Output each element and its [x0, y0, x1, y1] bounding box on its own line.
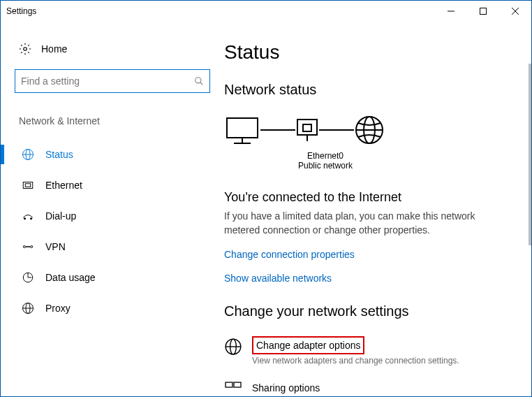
svg-point-17 — [27, 246, 27, 247]
svg-rect-1 — [480, 8, 487, 15]
sidebar-item-label: VPN — [45, 241, 66, 252]
scrollbar[interactable] — [529, 22, 531, 396]
sidebar-item-label: Ethernet — [45, 180, 82, 191]
search-box[interactable] — [15, 69, 210, 93]
diagram-line — [319, 129, 354, 131]
svg-rect-23 — [227, 118, 258, 138]
sidebar-item-ethernet[interactable]: Ethernet — [15, 170, 210, 201]
adapter-icon — [295, 117, 319, 143]
scrollbar-thumb[interactable] — [529, 64, 531, 245]
close-button[interactable] — [499, 1, 531, 22]
sidebar-item-datausage[interactable]: Data usage — [15, 262, 210, 293]
vpn-icon — [22, 240, 34, 253]
adapter-name: Ethernet0 — [224, 151, 427, 161]
minimize-button[interactable] — [435, 1, 467, 22]
gear-icon — [19, 43, 31, 55]
sharing-options-row[interactable]: Sharing options — [224, 381, 510, 395]
sharing-options-title: Sharing options — [252, 382, 320, 394]
adapter-options-sub: View network adapters and change connect… — [252, 356, 459, 366]
network-status-heading: Network status — [224, 82, 510, 98]
svg-rect-36 — [234, 382, 241, 387]
network-type: Public network — [224, 161, 427, 171]
network-diagram — [224, 115, 510, 145]
svg-point-5 — [195, 78, 201, 83]
sidebar-item-label: Proxy — [45, 303, 71, 314]
adapter-options-icon — [224, 338, 242, 356]
show-available-networks-link[interactable]: Show available networks — [224, 273, 510, 284]
diagram-line — [260, 129, 295, 131]
change-connection-properties-link[interactable]: Change connection properties — [224, 249, 510, 260]
sidebar-item-dialup[interactable]: Dial-up — [15, 201, 210, 231]
search-input[interactable] — [21, 75, 194, 87]
titlebar: Settings — [1, 1, 531, 22]
computer-icon — [224, 115, 260, 145]
svg-line-6 — [200, 82, 203, 85]
svg-point-15 — [31, 246, 33, 248]
svg-point-12 — [24, 218, 25, 219]
data-usage-icon — [22, 271, 34, 284]
window-title: Settings — [6, 6, 36, 16]
dialup-icon — [22, 210, 34, 222]
home-label: Home — [41, 43, 67, 55]
search-icon — [194, 76, 204, 86]
highlight-box: Change adapter options — [252, 336, 364, 354]
diagram-labels: Ethernet0 Public network — [224, 151, 427, 171]
svg-rect-10 — [23, 182, 33, 189]
svg-point-13 — [30, 218, 31, 219]
sidebar: Home Network & Internet Status Ethernet — [1, 22, 224, 396]
sidebar-item-proxy[interactable]: Proxy — [15, 293, 210, 324]
connected-description: If you have a limited data plan, you can… — [224, 209, 489, 238]
adapter-options-title: Change adapter options — [256, 340, 360, 351]
svg-rect-27 — [303, 124, 311, 131]
sidebar-item-status[interactable]: Status — [15, 139, 210, 170]
svg-point-14 — [23, 246, 25, 248]
proxy-icon — [22, 302, 34, 315]
main-panel: Status Network status Ethernet0 Public n… — [224, 22, 531, 396]
sidebar-item-label: Status — [45, 149, 73, 160]
svg-point-18 — [29, 246, 29, 247]
svg-point-4 — [24, 48, 27, 51]
svg-rect-26 — [297, 120, 317, 135]
maximize-button[interactable] — [467, 1, 499, 22]
sidebar-section-title: Network & Internet — [15, 115, 210, 127]
internet-globe-icon — [354, 115, 385, 145]
svg-rect-11 — [25, 184, 31, 187]
home-nav[interactable]: Home — [15, 43, 210, 55]
change-settings-heading: Change your network settings — [224, 303, 510, 319]
connected-heading: You're connected to the Internet — [224, 190, 510, 205]
sidebar-item-vpn[interactable]: VPN — [15, 231, 210, 262]
globe-icon — [22, 148, 34, 161]
sidebar-item-label: Data usage — [45, 272, 96, 283]
window-controls — [435, 1, 531, 22]
sharing-icon — [224, 381, 242, 395]
change-adapter-options-row[interactable]: Change adapter options View network adap… — [224, 336, 510, 366]
ethernet-icon — [22, 179, 34, 192]
page-title: Status — [224, 41, 510, 64]
sidebar-item-label: Dial-up — [45, 210, 76, 222]
svg-rect-35 — [226, 382, 232, 387]
